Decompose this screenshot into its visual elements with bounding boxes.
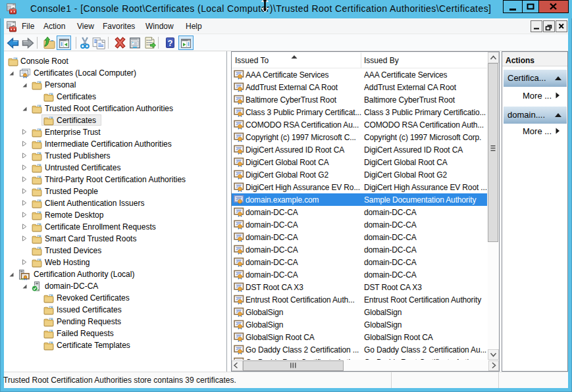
svg-text:?: ? bbox=[168, 38, 173, 48]
